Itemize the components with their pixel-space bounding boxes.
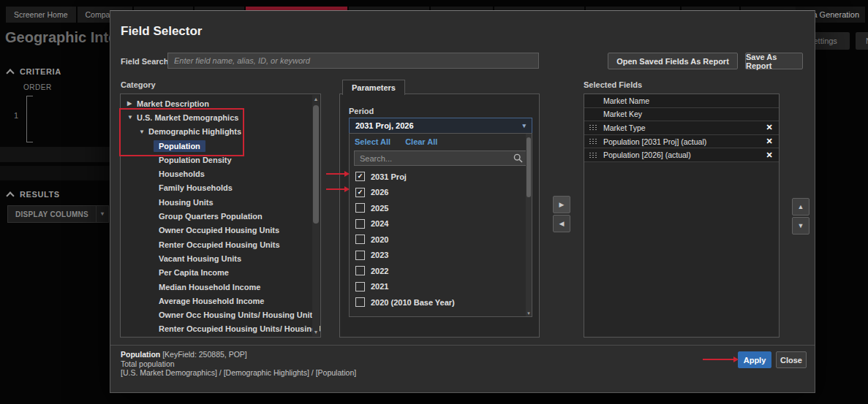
period-option[interactable]: 2024 — [354, 216, 527, 232]
selected-field-row[interactable]: Market Key ✕ — [584, 108, 779, 122]
tree-caret-icon[interactable]: ▼ — [127, 114, 137, 121]
period-option[interactable]: 2022 — [354, 263, 527, 279]
period-dropdown[interactable]: 2031 Proj, 2026 ▾ — [349, 118, 532, 134]
category-tree-item[interactable]: Housing Units — [121, 195, 311, 209]
category-tree: ▶ Market Description ▼ U.S. Market Demog… — [121, 96, 311, 336]
period-option-label: 2021 — [371, 282, 388, 291]
clear-all-link[interactable]: Clear All — [405, 137, 437, 146]
open-saved-fields-button[interactable]: Open Saved Fields As Report — [608, 53, 738, 69]
period-option[interactable]: 2021 — [354, 279, 527, 295]
drag-handle-icon[interactable] — [589, 138, 597, 145]
drag-handle-icon[interactable] — [589, 152, 597, 159]
period-option[interactable]: 2023 — [354, 248, 527, 264]
new-button[interactable]: New — [856, 32, 868, 50]
apply-button[interactable]: Apply — [738, 351, 771, 368]
checkbox-icon[interactable]: ✓ — [355, 188, 365, 197]
selected-field-row[interactable]: Market Type ✕ — [584, 121, 779, 135]
period-option[interactable]: 2020 — [354, 232, 527, 248]
period-option-label: 2023 — [371, 251, 388, 259]
category-tree-item[interactable]: Per Capita Income — [121, 266, 311, 280]
display-columns-button[interactable]: DISPLAY COLUMNS ▾ — [7, 205, 109, 223]
criteria-section-header[interactable]: CRITERIA — [7, 67, 61, 76]
criteria-row-band — [0, 147, 110, 162]
drag-handle-icon[interactable] — [589, 124, 597, 131]
tab-parameters[interactable]: Parameters — [342, 80, 405, 95]
move-down-button[interactable]: ▼ — [792, 217, 809, 235]
field-search-label: Field Search — [121, 57, 168, 66]
period-option[interactable]: 2025 — [354, 200, 527, 216]
period-option[interactable]: ✓ 2026 — [354, 185, 527, 201]
tree-caret-icon[interactable]: ▶ — [127, 100, 137, 107]
category-tree-item[interactable]: Population — [121, 139, 311, 153]
remove-field-icon[interactable]: ✕ — [764, 123, 774, 132]
period-option-label: 2025 — [371, 204, 388, 213]
criteria-header-label: CRITERIA — [20, 67, 61, 76]
scroll-up-icon[interactable]: ▲ — [312, 95, 320, 103]
selected-field-label: Market Key — [603, 110, 764, 118]
category-tree-item[interactable]: Average Household Income — [121, 294, 311, 308]
save-as-report-button[interactable]: Save As Report — [745, 53, 803, 69]
field-selector-modal: Field Selector Field Search Open Saved F… — [110, 10, 815, 393]
period-dropdown-value: 2031 Proj, 2026 — [355, 121, 414, 130]
selected-fields-label: Selected Fields — [584, 80, 642, 89]
options-scrollbar[interactable]: ▼ — [526, 134, 532, 316]
tree-scrollbar[interactable]: ▲ ▼ — [312, 95, 320, 336]
remove-field-button[interactable]: ◀ — [553, 215, 570, 232]
selected-field-label: Market Name — [603, 96, 764, 105]
collapse-chevron-icon — [6, 69, 14, 77]
category-tree-item[interactable]: ▼ U.S. Market Demographics — [121, 110, 311, 124]
close-button[interactable]: Close — [776, 351, 807, 368]
period-option[interactable]: 2010 — [354, 310, 527, 313]
checkbox-icon[interactable] — [355, 297, 365, 307]
checkbox-icon[interactable] — [355, 219, 365, 229]
checkbox-icon[interactable] — [355, 203, 365, 213]
category-tree-item[interactable]: Group Quarters Population — [121, 209, 311, 223]
field-search-input[interactable] — [167, 53, 539, 69]
scroll-down-icon[interactable]: ▼ — [312, 328, 320, 336]
category-tree-item[interactable]: Owner Occupied Housing Units — [121, 224, 311, 237]
category-tree-item[interactable]: Households — [121, 167, 311, 180]
scrollbar-thumb[interactable] — [527, 137, 531, 197]
period-search-input[interactable] — [355, 151, 518, 165]
checkbox-icon[interactable] — [355, 266, 365, 275]
tree-item-label: Population Density — [159, 156, 232, 164]
selected-field-row[interactable]: Population [2031 Proj] (actual) ✕ — [584, 135, 779, 149]
period-option-label: 2026 — [371, 188, 388, 197]
parameters-panel: Period 2031 Proj, 2026 ▾ Select All Clea… — [339, 94, 540, 338]
checkbox-icon[interactable] — [355, 235, 365, 244]
checkbox-icon[interactable] — [355, 282, 365, 291]
category-tree-item[interactable]: Population Density — [121, 153, 311, 167]
remove-field-icon[interactable]: ✕ — [764, 150, 774, 160]
scrollbar-thumb[interactable] — [313, 105, 319, 224]
category-tree-item[interactable]: Vacant Housing Units — [121, 251, 311, 265]
tree-item-label: Demographic Highlights — [148, 127, 241, 136]
selected-field-row[interactable]: Market Name ✕ — [584, 94, 779, 108]
scroll-down-icon[interactable]: ▼ — [526, 311, 532, 316]
category-tree-item[interactable]: ▼ Demographic Highlights — [121, 125, 311, 139]
tree-caret-icon[interactable]: ▼ — [139, 129, 148, 135]
category-tree-item[interactable]: Owner Occ Housing Units/ Housing Units — [121, 308, 311, 321]
category-tree-item[interactable]: ▶ Market Description — [121, 96, 311, 110]
chevron-down-icon[interactable]: ▾ — [96, 206, 108, 222]
category-tree-item[interactable]: Renter Occupied Housing Units — [121, 237, 311, 251]
period-option[interactable]: ✓ 2031 Proj — [354, 169, 527, 185]
category-tree-item[interactable]: Family Households — [121, 181, 311, 195]
criteria-row-band-2 — [0, 166, 110, 180]
selected-field-row[interactable]: Population [2026] (actual) ✕ — [584, 148, 779, 162]
select-all-link[interactable]: Select All — [355, 137, 390, 146]
category-tree-item[interactable]: Median Household Income — [121, 280, 311, 294]
nav-tab[interactable]: Screener Home — [6, 7, 76, 23]
checkbox-icon[interactable] — [355, 251, 365, 260]
period-search-box — [354, 150, 527, 166]
order-column-label: ORDER — [23, 83, 52, 91]
remove-field-icon[interactable]: ✕ — [764, 137, 774, 146]
move-up-button[interactable]: ▲ — [792, 198, 809, 216]
period-option[interactable]: 2020 (2010 Base Year) — [354, 294, 527, 310]
criteria-order-number: 1 — [14, 111, 18, 120]
checkbox-icon[interactable]: ✓ — [355, 172, 365, 181]
category-tree-item[interactable]: Renter Occupied Housing Units/ Housing U… — [121, 322, 311, 336]
results-section-header[interactable]: RESULTS — [7, 190, 60, 199]
add-field-button[interactable]: ▶ — [553, 196, 570, 213]
period-label: Period — [349, 107, 374, 115]
results-header-label: RESULTS — [20, 190, 60, 199]
